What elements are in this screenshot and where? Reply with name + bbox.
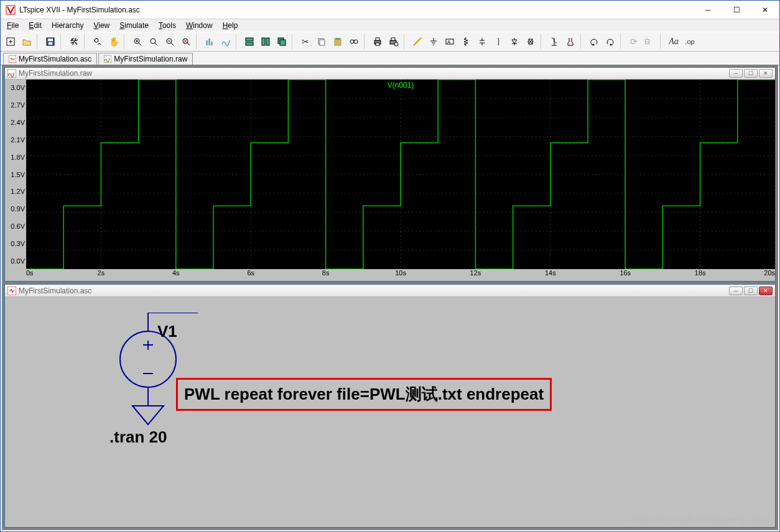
svg-rect-15 — [262, 38, 265, 45]
x-tick: 14s — [513, 269, 588, 281]
cut-icon[interactable]: ✂ — [298, 34, 313, 49]
x-tick: 4s — [139, 269, 213, 281]
tab-asc[interactable]: MyFirstSimulation.asc — [3, 53, 97, 65]
trace-label[interactable]: V(n001) — [388, 81, 414, 89]
copy-icon[interactable] — [314, 34, 329, 49]
spice-directive-icon[interactable]: .op — [682, 34, 697, 49]
maximize-button[interactable]: ☐ — [722, 1, 751, 19]
find-icon[interactable] — [346, 34, 361, 49]
svg-rect-14 — [246, 42, 253, 45]
run-icon[interactable] — [90, 34, 105, 49]
resistor-icon[interactable] — [458, 34, 473, 49]
redo-icon[interactable] — [603, 34, 618, 49]
cascade-icon[interactable] — [274, 34, 289, 49]
close-button[interactable]: ✕ — [751, 1, 779, 19]
tile-vert-icon[interactable] — [258, 34, 273, 49]
y-tick: 0.3V — [5, 234, 26, 252]
menu-view[interactable]: View — [90, 20, 113, 31]
new-schematic-icon[interactable] — [3, 34, 18, 49]
zoom-out-icon[interactable] — [162, 34, 177, 49]
zoom-in-icon[interactable] — [130, 34, 145, 49]
svg-rect-4 — [49, 42, 52, 45]
panel-maximize-button[interactable]: ☐ — [744, 287, 758, 295]
menu-window[interactable]: Window — [182, 20, 216, 31]
ground-icon[interactable] — [426, 34, 441, 49]
x-tick: 2s — [63, 269, 138, 281]
panel-maximize-button[interactable]: ☐ — [744, 69, 758, 78]
y-tick: 2.7V — [5, 96, 26, 114]
plot-panel: MyFirstSimulation.raw ─ ☐ ✕ 3.0V2.7V2.4V… — [4, 67, 776, 282]
svg-text:É: É — [646, 38, 650, 45]
watermark: https://blog.csdn.net/gaoyong_wang — [631, 515, 770, 525]
x-tick: 0s — [26, 269, 63, 281]
waveform[interactable] — [26, 80, 775, 269]
svg-rect-29 — [391, 38, 395, 40]
tab-raw[interactable]: MyFirstSimulation.raw — [98, 53, 193, 65]
diode-icon[interactable] — [507, 34, 522, 49]
plot-panel-titlebar: MyFirstSimulation.raw ─ ☐ ✕ — [5, 68, 775, 80]
schematic-panel-titlebar: MyFirstSimulation.asc ─ ☐ ✕ — [5, 285, 775, 297]
move-icon[interactable] — [547, 34, 562, 49]
minimize-button[interactable]: ─ — [694, 1, 722, 19]
pan-icon[interactable] — [146, 34, 161, 49]
title-bar: LTspice XVII - MyFirstSimulation.asc ─ ☐… — [1, 1, 779, 19]
component-label[interactable]: V1 — [157, 322, 177, 341]
label-net-icon[interactable]: A — [442, 34, 457, 49]
y-tick: 2.4V — [5, 114, 26, 131]
tab-raw-label: MyFirstSimulation.raw — [114, 55, 187, 63]
wave-icon — [7, 69, 16, 78]
menu-hierarchy[interactable]: Hierarchy — [48, 20, 87, 31]
menu-tools[interactable]: Tools — [155, 20, 180, 31]
schematic-panel-title: MyFirstSimulation.asc — [19, 287, 728, 295]
panel-minimize-button[interactable]: ─ — [729, 69, 743, 78]
svg-point-30 — [394, 42, 398, 46]
text-icon[interactable]: Aa — [666, 34, 681, 49]
panel-close-button[interactable]: ✕ — [759, 287, 773, 295]
halt-icon[interactable]: ✋ — [106, 34, 121, 49]
capacitor-icon[interactable] — [475, 34, 490, 49]
menu-edit[interactable]: Edit — [25, 20, 45, 31]
svg-rect-10 — [206, 40, 208, 45]
circuit-icon — [7, 287, 16, 295]
tile-horz-icon[interactable] — [242, 34, 257, 49]
control-panel-icon[interactable]: 🛠 — [67, 34, 81, 49]
panel-minimize-button[interactable]: ─ — [729, 287, 743, 295]
zoom-fit-icon[interactable] — [179, 34, 193, 49]
open-icon[interactable] — [19, 34, 34, 49]
save-icon[interactable] — [43, 34, 58, 49]
print-setup-icon[interactable] — [386, 34, 401, 49]
draw-wire-icon[interactable] — [410, 34, 425, 49]
tab-asc-label: MyFirstSimulation.asc — [19, 55, 91, 63]
add-trace-icon[interactable] — [218, 34, 233, 49]
svg-point-7 — [151, 39, 156, 44]
autorange-icon[interactable] — [202, 34, 217, 49]
menu-simulate[interactable]: Simulate — [116, 20, 152, 31]
inductor-icon[interactable] — [491, 34, 506, 49]
mirror-icon[interactable]: ÉÉ — [643, 34, 657, 49]
pwl-directive-highlight[interactable]: PWL repeat forever file=PWL测试.txt endrep… — [176, 378, 552, 411]
menu-file[interactable]: File — [3, 20, 22, 31]
y-tick: 1.8V — [5, 148, 26, 165]
y-tick: 0.6V — [5, 218, 26, 235]
svg-rect-20 — [320, 40, 325, 45]
x-tick: 18s — [662, 269, 737, 281]
x-axis[interactable]: 0s2s4s6s8s10s12s14s16s18s20s — [5, 269, 775, 281]
print-icon[interactable] — [370, 34, 385, 49]
y-axis[interactable]: 3.0V2.7V2.4V2.1V1.8V1.5V1.2V0.9V0.6V0.3V… — [5, 80, 26, 269]
rotate-icon[interactable]: ⟳ — [626, 34, 641, 49]
menu-bar: File Edit Hierarchy View Simulate Tools … — [1, 19, 779, 32]
schematic-panel: MyFirstSimulation.asc ─ ☐ ✕ V1 PWL repea… — [4, 284, 776, 528]
panel-close-button[interactable]: ✕ — [759, 69, 773, 78]
svg-rect-16 — [266, 38, 269, 45]
drag-icon[interactable] — [563, 34, 578, 49]
component-icon[interactable] — [523, 34, 538, 49]
schematic-canvas[interactable]: V1 PWL repeat forever file=PWL测试.txt end… — [5, 297, 775, 527]
plot-area[interactable]: 3.0V2.7V2.4V2.1V1.8V1.5V1.2V0.9V0.6V0.3V… — [5, 80, 775, 269]
tran-directive[interactable]: .tran 20 — [109, 428, 167, 447]
undo-icon[interactable] — [587, 34, 601, 49]
svg-rect-3 — [48, 39, 53, 41]
paste-icon[interactable] — [330, 34, 345, 49]
y-tick: 1.2V — [5, 183, 26, 200]
svg-rect-18 — [280, 40, 286, 45]
menu-help[interactable]: Help — [219, 20, 242, 31]
